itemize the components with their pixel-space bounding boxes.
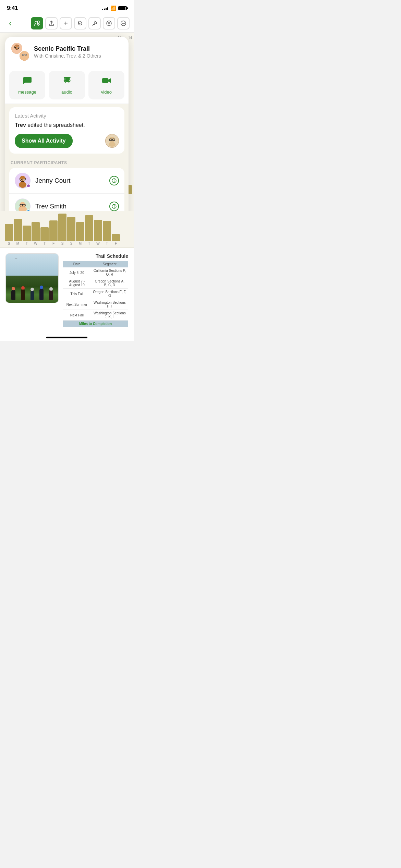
trev-info-button[interactable] <box>109 202 119 211</box>
latest-activity-card: Latest Activity Trev edited the spreadsh… <box>9 107 124 154</box>
activity-bottom: Show All Activity <box>15 134 119 148</box>
activity-desc: edited the spreadsheet. <box>26 122 85 128</box>
activity-actor: Trev <box>15 122 26 128</box>
signal-icon <box>102 6 108 10</box>
audio-button[interactable]: audio <box>49 71 85 99</box>
bottom-chart-bars <box>0 214 134 241</box>
audio-label: audio <box>61 89 72 95</box>
message-button[interactable]: message <box>9 71 45 99</box>
battery-icon <box>118 6 127 10</box>
more-button[interactable] <box>117 17 130 29</box>
avatar-group <box>11 42 30 61</box>
svg-point-38 <box>21 179 22 181</box>
video-button[interactable]: video <box>88 71 124 99</box>
popup-card: Scenic Pacific Trail With Christine, Tre… <box>5 37 129 211</box>
svg-point-40 <box>19 182 26 188</box>
pin-button[interactable] <box>88 17 101 29</box>
trev-status-dot <box>26 209 31 211</box>
wifi-icon: 📶 <box>110 5 116 11</box>
col-segment: Segment <box>91 261 128 267</box>
collaboration-icon-button[interactable] <box>31 17 43 29</box>
popup-title: Scenic Pacific Trail <box>34 45 101 52</box>
svg-point-8 <box>122 23 123 24</box>
participant-trev[interactable]: Trev Smith <box>9 193 124 211</box>
svg-point-42 <box>114 180 114 180</box>
trail-table-title: Trail Schedule <box>63 253 128 259</box>
jenny-info-button[interactable] <box>109 176 119 185</box>
show-all-activity-button[interactable]: Show All Activity <box>15 134 73 148</box>
jenny-avatar <box>15 173 31 189</box>
svg-point-17 <box>15 47 16 48</box>
action-buttons: message audio video <box>5 67 129 104</box>
activity-text: Trev edited the spreadsheet. <box>15 121 119 129</box>
popup-title-area: Scenic Pacific Trail With Christine, Tre… <box>34 45 101 59</box>
audio-icon <box>62 76 72 87</box>
participants-label: CURRENT PARTICIPANTS <box>5 157 129 167</box>
svg-point-39 <box>24 179 25 181</box>
undo-button[interactable] <box>74 17 86 29</box>
svg-point-3 <box>107 21 111 26</box>
svg-point-35 <box>20 176 25 181</box>
status-time: 9:41 <box>7 5 18 12</box>
status-bar: 9:41 📶 <box>0 0 134 14</box>
add-button[interactable]: + <box>60 17 72 29</box>
col-date: Date <box>63 261 91 267</box>
trail-row-3: This Fall Oregon Sections E, F, G <box>63 289 128 299</box>
participants-card: Jenny Court <box>9 168 124 211</box>
background-area: 14 14 13 MILES <box>0 33 134 211</box>
trail-row-2: August 7 - August 19 Oregon Sections A, … <box>63 278 128 289</box>
status-icons: 📶 <box>102 5 127 11</box>
svg-point-32 <box>109 142 116 147</box>
latest-activity-title: Latest Activity <box>15 113 119 119</box>
svg-point-18 <box>18 47 19 48</box>
trail-miles-row: Miles to Completion <box>63 321 128 327</box>
trail-table-area: Trail Schedule Date Segment July 5–20 Ca… <box>63 253 128 327</box>
share-button[interactable] <box>45 17 58 29</box>
trail-row-5: Next Fall Washington Sections J, K, L <box>63 310 128 321</box>
trev-avatar <box>15 198 31 211</box>
back-button[interactable]: ‹ <box>4 17 16 29</box>
home-bar <box>46 337 87 338</box>
trail-table: Date Segment July 5–20 California Sectio… <box>63 261 128 327</box>
trev-name: Trev Smith <box>35 203 105 210</box>
trail-section: ⌒ Trail Schedule Date <box>0 248 134 333</box>
avatar-secondary <box>19 50 30 61</box>
svg-point-51 <box>114 205 114 206</box>
chart-x-labels: S M T W T F S S M T W T F <box>0 241 134 248</box>
bottom-chart-section: S M T W T F S S M T W T F <box>0 211 134 248</box>
chart-num-14b: 14 <box>128 36 132 40</box>
trail-row-1: July 5–20 California Sections P, Q, R <box>63 267 128 278</box>
filter-button[interactable] <box>103 17 115 29</box>
video-icon <box>101 76 111 87</box>
jenny-status-dot <box>26 184 31 188</box>
home-indicator <box>0 333 134 341</box>
participant-jenny[interactable]: Jenny Court <box>9 168 124 193</box>
svg-rect-26 <box>102 78 108 83</box>
video-label: video <box>101 89 112 95</box>
message-icon <box>23 76 32 87</box>
popup-header: Scenic Pacific Trail With Christine, Tre… <box>5 37 129 67</box>
trail-row-4: Next Summer Washington Sections H, I <box>63 299 128 310</box>
toolbar: ‹ + <box>0 14 134 33</box>
svg-point-10 <box>124 23 125 24</box>
activity-avatar <box>105 134 119 148</box>
popup-subtitle: With Christine, Trev, & 2 Others <box>34 53 101 59</box>
trail-image: ⌒ <box>5 253 59 303</box>
message-label: message <box>18 89 36 95</box>
jenny-name: Jenny Court <box>35 177 105 184</box>
svg-point-9 <box>123 23 124 24</box>
